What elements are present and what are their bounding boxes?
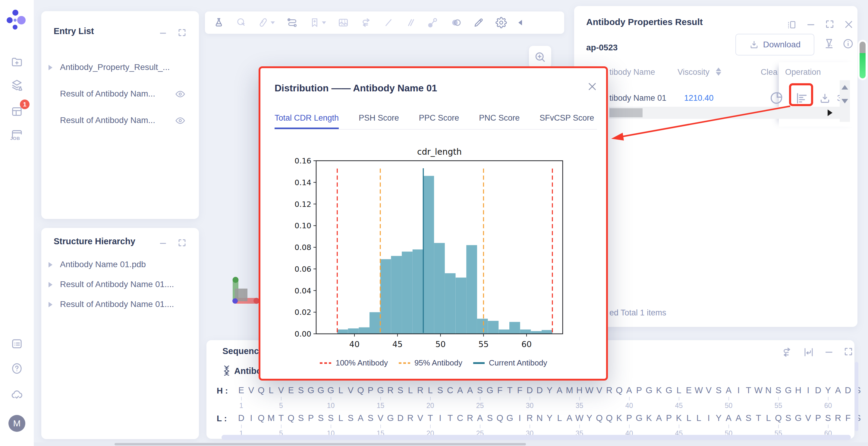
residue[interactable]: A bbox=[734, 413, 744, 423]
eye-icon[interactable] bbox=[175, 89, 185, 99]
residue[interactable]: D bbox=[535, 385, 545, 395]
entry-list-item[interactable]: Antibody_Property_Result_... bbox=[60, 62, 170, 72]
page-horizontal-scrollbar[interactable] bbox=[34, 442, 868, 446]
entry-list-item[interactable]: Result of Antibody Nam... bbox=[60, 89, 155, 99]
overlap-tool-button[interactable] bbox=[450, 17, 462, 29]
residue[interactable]: T bbox=[276, 413, 286, 423]
residue[interactable]: V bbox=[415, 413, 425, 423]
residue[interactable]: H bbox=[793, 385, 803, 395]
residue[interactable]: A bbox=[724, 413, 734, 423]
residue[interactable]: W bbox=[753, 385, 764, 395]
table-vertical-scrollbar[interactable] bbox=[840, 80, 850, 122]
residue[interactable]: A bbox=[555, 385, 564, 395]
line-tool-button[interactable] bbox=[383, 18, 394, 28]
table-horizontal-scrollbar[interactable] bbox=[609, 107, 840, 119]
residue[interactable]: A bbox=[455, 385, 465, 395]
row-antibody-name[interactable]: tibody Name 01 bbox=[610, 93, 666, 103]
residue[interactable]: R bbox=[604, 385, 614, 395]
scrollbar-thumb[interactable] bbox=[610, 108, 643, 117]
residue[interactable]: A bbox=[724, 385, 734, 395]
residue[interactable]: Y bbox=[714, 413, 724, 423]
collapse-toolbar-button[interactable] bbox=[518, 20, 522, 25]
bookmark-add-tool-button[interactable] bbox=[309, 17, 326, 28]
residue[interactable]: K bbox=[644, 413, 654, 423]
residue[interactable]: F bbox=[843, 413, 853, 423]
residue[interactable]: A bbox=[624, 385, 634, 395]
avatar[interactable]: M bbox=[8, 415, 25, 432]
residue[interactable]: L bbox=[684, 413, 694, 423]
residue[interactable]: P bbox=[813, 413, 823, 423]
sidebar-item-help[interactable] bbox=[8, 359, 26, 378]
residue[interactable]: F bbox=[495, 385, 505, 395]
structure-item[interactable]: Result of Antibody Name 01.... bbox=[60, 299, 174, 309]
residue[interactable]: Q bbox=[355, 385, 366, 395]
residue[interactable]: T bbox=[744, 385, 753, 395]
residue[interactable]: Q bbox=[495, 413, 505, 423]
minimize-button[interactable] bbox=[806, 20, 816, 30]
residue[interactable]: Q bbox=[256, 385, 266, 395]
residue[interactable]: S bbox=[366, 413, 375, 423]
residue[interactable]: S bbox=[714, 385, 724, 395]
measure-tool-button[interactable] bbox=[258, 17, 275, 28]
residue[interactable]: G bbox=[485, 385, 495, 395]
residue[interactable]: D bbox=[813, 385, 823, 395]
residue[interactable]: R bbox=[385, 385, 396, 395]
residue[interactable]: Y bbox=[545, 413, 555, 423]
residue[interactable]: G bbox=[664, 385, 674, 395]
residue[interactable]: T bbox=[753, 413, 764, 423]
light-chain-sequence[interactable]: DIQMTQSPSSLSASVGDRVTITCRASQGIRNYLAWYQQKP… bbox=[236, 413, 863, 423]
residue[interactable]: N bbox=[535, 413, 545, 423]
residue[interactable]: L bbox=[694, 413, 704, 423]
tree-caret-icon[interactable] bbox=[49, 302, 53, 308]
residue[interactable]: I bbox=[734, 385, 744, 395]
residue[interactable]: G bbox=[375, 385, 385, 395]
residue[interactable]: R bbox=[525, 413, 535, 423]
residue[interactable]: S bbox=[773, 385, 783, 395]
residue[interactable]: I bbox=[803, 385, 813, 395]
residue[interactable]: R bbox=[833, 413, 843, 423]
residue[interactable]: Y bbox=[584, 413, 594, 423]
residue[interactable]: E bbox=[286, 385, 296, 395]
sidebar-item-new-project[interactable] bbox=[8, 53, 26, 71]
residue[interactable]: W bbox=[575, 413, 584, 423]
residue[interactable]: R bbox=[405, 413, 415, 423]
residue[interactable]: D bbox=[525, 385, 535, 395]
residue[interactable]: S bbox=[316, 413, 326, 423]
residue[interactable]: I bbox=[704, 413, 714, 423]
sort-icon[interactable] bbox=[716, 67, 721, 76]
residue[interactable]: G bbox=[793, 413, 803, 423]
residue[interactable]: Y bbox=[545, 385, 555, 395]
pie-chart-icon[interactable] bbox=[770, 91, 783, 105]
structure-item[interactable]: Antibody Name 01.pdb bbox=[60, 260, 146, 269]
residue[interactable]: Q bbox=[594, 413, 604, 423]
residue[interactable]: A bbox=[465, 385, 475, 395]
sequence-swap-icon[interactable] bbox=[781, 347, 792, 358]
modal-close-icon[interactable] bbox=[587, 81, 598, 92]
sidebar-item-logs[interactable] bbox=[8, 335, 26, 353]
residue[interactable]: D bbox=[843, 385, 853, 395]
residue[interactable]: S bbox=[783, 413, 793, 423]
residue[interactable]: C bbox=[445, 385, 455, 395]
tree-caret-icon[interactable] bbox=[49, 65, 53, 71]
residue[interactable]: M bbox=[564, 385, 575, 395]
residue[interactable]: L bbox=[555, 413, 564, 423]
entry-list-item[interactable]: Result of Antibody Nam... bbox=[60, 116, 155, 125]
residue[interactable]: S bbox=[296, 385, 306, 395]
sidebar-item-jobs[interactable]: JOB bbox=[8, 126, 26, 144]
residue[interactable]: L bbox=[405, 385, 415, 395]
residue[interactable]: R bbox=[465, 413, 475, 423]
residue[interactable]: K bbox=[674, 413, 684, 423]
residue[interactable]: E bbox=[236, 385, 246, 395]
flask-tool-button[interactable] bbox=[213, 17, 224, 28]
residue[interactable]: V bbox=[803, 413, 813, 423]
residue[interactable]: M bbox=[266, 413, 276, 423]
residue[interactable]: S bbox=[823, 413, 833, 423]
structure-item[interactable]: Result of Antibody Name 01.... bbox=[60, 279, 174, 289]
sequence-vertical-scrollbar[interactable] bbox=[855, 362, 858, 431]
heavy-chain-sequence[interactable]: EVQLVESGGGLVQPGRSLRLSCAASGFTFDDYAMHWVRQA… bbox=[236, 385, 863, 395]
residue[interactable]: A bbox=[654, 413, 664, 423]
scroll-progress-indicator[interactable] bbox=[860, 41, 866, 79]
settings-button[interactable] bbox=[495, 17, 507, 28]
bond-tool-button[interactable] bbox=[427, 17, 438, 28]
residue[interactable]: S bbox=[346, 413, 355, 423]
